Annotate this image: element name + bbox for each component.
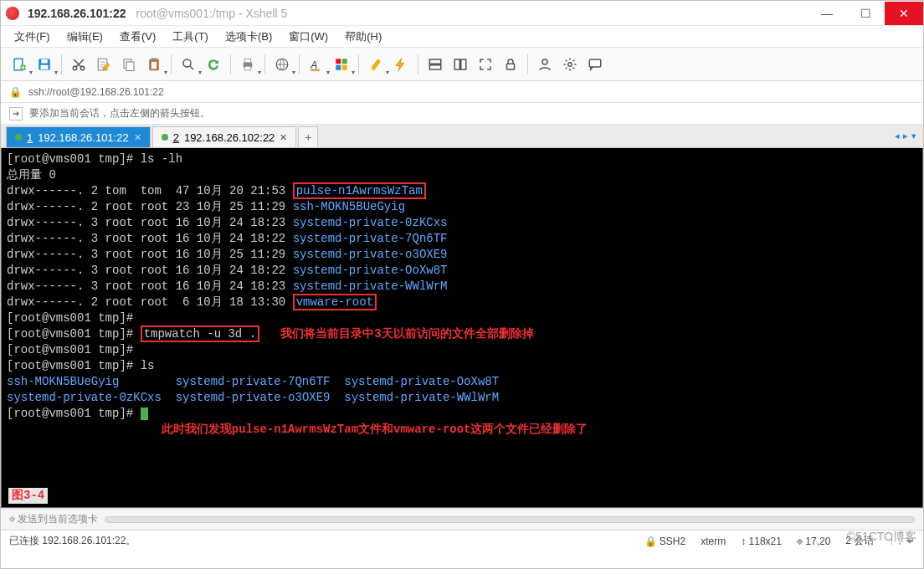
refresh-icon (206, 57, 221, 72)
tab-nav: ◂ ▸ ▾ (895, 125, 923, 147)
tab-number: 2 (173, 131, 179, 144)
settings-button[interactable] (558, 53, 582, 76)
session-tab-1[interactable]: 1 192.168.26.101:22 ✕ (6, 126, 151, 147)
reconnect-button[interactable] (202, 53, 225, 76)
user-icon (537, 57, 552, 72)
menu-tools[interactable]: 工具(T) (166, 27, 215, 47)
tip-bar: ➔ 要添加当前会话，点击左侧的箭头按钮。 (1, 103, 923, 125)
menu-edit[interactable]: 编辑(E) (60, 27, 110, 47)
quick-command-button[interactable] (389, 53, 413, 76)
properties-button[interactable] (92, 53, 116, 76)
fullscreen-button[interactable] (474, 53, 497, 76)
svg-rect-3 (41, 59, 48, 64)
status-bar: 已连接 192.168.26.101:22。 🔒 SSH2 xterm ↕ 11… (1, 530, 923, 551)
compose-bar: ⎆ 发送到当前选项卡 (1, 508, 923, 530)
toolbar: A (1, 48, 923, 81)
tip-text: 要添加当前会话，点击左侧的箭头按钮。 (29, 106, 210, 120)
svg-rect-24 (429, 64, 441, 69)
svg-rect-15 (244, 59, 251, 63)
svg-rect-20 (342, 59, 347, 64)
ssh-lock-icon: 🔒 (9, 86, 22, 98)
window-title-sub: root@vms001:/tmp - Xshell 5 (136, 7, 288, 20)
new-session-button[interactable] (8, 53, 31, 76)
printer-icon (240, 57, 255, 72)
save-icon (37, 57, 52, 72)
font-button[interactable]: A (305, 53, 328, 76)
svg-rect-9 (126, 62, 134, 71)
tab-close-button[interactable]: ✕ (134, 132, 141, 143)
fullscreen-icon (478, 57, 493, 72)
menu-tab[interactable]: 选项卡(B) (218, 27, 279, 47)
find-button[interactable] (177, 53, 200, 76)
menu-window[interactable]: 窗口(W) (282, 27, 335, 47)
tab-prev-icon[interactable]: ◂ (895, 131, 900, 141)
svg-rect-11 (151, 58, 157, 60)
tab-number: 1 (27, 131, 33, 144)
tab-close-button[interactable]: ✕ (280, 132, 287, 143)
svg-text:A: A (310, 59, 317, 70)
svg-rect-26 (461, 59, 466, 69)
new-file-icon (12, 57, 27, 72)
status-protocol: 🔒 SSH2 (644, 536, 686, 547)
svg-rect-22 (342, 64, 347, 69)
tab-menu-icon[interactable]: ▾ (911, 131, 916, 141)
svg-rect-25 (454, 59, 459, 69)
cut-button[interactable] (67, 53, 90, 76)
svg-rect-27 (507, 64, 515, 69)
print-button[interactable] (236, 53, 259, 76)
copy-icon (121, 57, 136, 72)
status-dot-icon (15, 134, 22, 141)
tab-next-icon[interactable]: ▸ (903, 131, 908, 141)
tab-bar: 1 192.168.26.101:22 ✕ 2 192.168.26.102:2… (1, 125, 923, 148)
layout-horizontal-button[interactable] (424, 53, 447, 76)
add-session-arrow-button[interactable]: ➔ (9, 107, 23, 120)
svg-point-28 (542, 59, 547, 64)
lock-button[interactable] (499, 53, 522, 76)
window-title-main: 192.168.26.101:22 (28, 7, 126, 20)
menu-help[interactable]: 帮助(H) (338, 27, 388, 47)
title-bar: 192.168.26.101:22 root@vms001:/tmp - Xsh… (1, 1, 923, 26)
maximize-button[interactable]: ☐ (846, 2, 885, 25)
svg-rect-19 (336, 59, 341, 64)
svg-rect-23 (429, 59, 441, 64)
highlighter-icon (368, 57, 383, 72)
save-button[interactable] (33, 53, 56, 76)
svg-rect-30 (589, 59, 601, 67)
color-scheme-button[interactable] (330, 53, 353, 76)
user-button[interactable] (533, 53, 557, 76)
status-terminal: xterm (701, 536, 726, 547)
status-nav[interactable]: ↑ ↓ ⏷ (889, 536, 915, 547)
copy-button[interactable] (117, 53, 141, 76)
status-sessions: 2 会话 (845, 534, 874, 548)
svg-rect-16 (244, 66, 251, 70)
highlight-button[interactable] (364, 53, 388, 76)
lock-icon (503, 57, 518, 72)
scissors-icon (71, 57, 86, 72)
new-tab-button[interactable]: + (298, 126, 318, 147)
minimize-button[interactable]: — (808, 2, 846, 25)
encoding-button[interactable] (270, 53, 294, 76)
session-tab-2[interactable]: 2 192.168.26.102:22 ✕ (152, 126, 297, 147)
status-size: ↕ 118x21 (741, 536, 782, 547)
gear-icon (562, 57, 578, 72)
svg-rect-4 (41, 64, 49, 69)
clipboard-icon (146, 57, 162, 72)
figure-label: 图3-4 (8, 488, 48, 504)
close-button[interactable]: ✕ (885, 2, 923, 25)
lightning-icon (393, 57, 408, 72)
layout-vertical-button[interactable] (449, 53, 472, 76)
svg-rect-12 (151, 62, 157, 69)
menu-file[interactable]: 文件(F) (8, 27, 57, 47)
paste-button[interactable] (142, 53, 166, 76)
compose-input[interactable] (105, 516, 915, 523)
address-text[interactable]: ssh://root@192.168.26.101:22 (28, 86, 164, 98)
chat-button[interactable] (583, 53, 607, 76)
svg-rect-21 (336, 64, 341, 69)
split-vertical-icon (453, 57, 468, 72)
status-connection: 已连接 192.168.26.101:22。 (9, 534, 136, 548)
terminal-output[interactable]: [root@vms001 tmp]# ls -lh总用量 0drwx------… (1, 148, 923, 508)
menu-bar: 文件(F) 编辑(E) 查看(V) 工具(T) 选项卡(B) 窗口(W) 帮助(… (1, 26, 923, 48)
menu-view[interactable]: 查看(V) (113, 27, 162, 47)
address-bar: 🔒 ssh://root@192.168.26.101:22 (1, 81, 923, 103)
search-icon (181, 57, 196, 72)
